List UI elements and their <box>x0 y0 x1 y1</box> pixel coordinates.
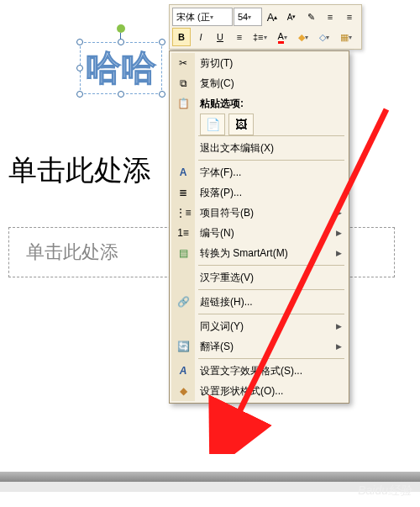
menu-separator <box>198 289 344 290</box>
numbering-icon: 1≡ <box>176 226 190 240</box>
resize-handle[interactable] <box>159 39 165 45</box>
menu-synonyms[interactable]: 同义词(Y) ▶ <box>171 316 347 336</box>
menu-label: 翻译(S) <box>200 340 234 354</box>
menu-label: 编号(N) <box>200 226 234 240</box>
scissors-icon: ✂ <box>176 56 190 70</box>
menu-text-effects-format[interactable]: A 设置文字效果格式(S)... <box>171 361 347 381</box>
font-name-combo[interactable]: 宋体 (正▾ <box>172 8 233 26</box>
wordart-text[interactable]: 哈哈 <box>81 43 161 93</box>
menu-label: 项目符号(B) <box>200 206 254 220</box>
menu-bullets[interactable]: ⋮≡ 项目符号(B) ▶ <box>171 203 347 223</box>
menu-label: 超链接(H)... <box>200 295 253 309</box>
mini-toolbar: 宋体 (正▾ 54▾ A▴ A▾ ✎ ≡ ≡ B I U ≡ ‡≡▾ A▾ ◆▾… <box>169 4 362 50</box>
menu-cut[interactable]: ✂ 剪切(T) <box>171 53 347 73</box>
underline-button[interactable]: U <box>211 28 229 46</box>
grow-font-button[interactable]: A▴ <box>263 8 281 26</box>
menu-label: 设置形状格式(O)... <box>200 384 283 399</box>
menu-label: 汉字重选(V) <box>200 271 254 285</box>
font-size-combo[interactable]: 54▾ <box>234 8 262 26</box>
menu-label: 转换为 SmartArt(M) <box>200 246 288 261</box>
line-spacing-button[interactable]: ‡≡▾ <box>249 28 274 46</box>
resize-handle[interactable] <box>159 91 165 98</box>
increase-indent-button[interactable]: ≡ <box>340 8 359 26</box>
slide-divider <box>0 472 420 482</box>
menu-label: 段落(P)... <box>200 186 242 200</box>
paragraph-icon: ≣ <box>176 186 190 199</box>
font-name-value: 宋体 (正 <box>176 11 210 24</box>
rotation-handle[interactable] <box>117 24 125 33</box>
menu-translate[interactable]: 🔄 翻译(S) ▶ <box>171 336 347 356</box>
paste-picture-button[interactable]: 🖼 <box>228 114 254 135</box>
menu-label: 复制(C) <box>200 77 234 91</box>
menu-numbering[interactable]: 1≡ 编号(N) ▶ <box>171 223 347 243</box>
font-size-value: 54 <box>238 12 248 22</box>
resize-handle[interactable] <box>76 91 83 98</box>
menu-paste-options: 📋 粘贴选项: 📄 🖼 <box>171 93 347 134</box>
slide-divider <box>0 482 420 492</box>
menu-hyperlink[interactable]: 🔗 超链接(H)... <box>171 292 347 312</box>
resize-handle[interactable] <box>118 91 124 98</box>
resize-handle[interactable] <box>76 39 83 45</box>
wordart-text-box[interactable]: 哈哈 <box>80 42 162 94</box>
resize-handle[interactable] <box>118 39 124 45</box>
menu-separator <box>198 314 344 314</box>
font-color-button[interactable]: A▾ <box>275 28 294 46</box>
menu-shape-format[interactable]: ◆ 设置形状格式(O)... <box>171 381 347 401</box>
bold-button[interactable]: B <box>172 28 191 46</box>
menu-separator <box>198 160 344 161</box>
menu-label: 同义词(Y) <box>200 320 244 334</box>
clipboard-icon: 📋 <box>176 97 190 110</box>
submenu-arrow-icon: ▶ <box>336 209 342 217</box>
menu-label: 粘贴选项: <box>200 97 244 111</box>
font-icon: A <box>176 166 190 179</box>
title-placeholder[interactable]: 单击此处添 <box>8 151 151 190</box>
watermark: Baidu经验 <box>358 483 412 499</box>
submenu-arrow-icon: ▶ <box>336 249 342 257</box>
resize-handle[interactable] <box>76 65 83 71</box>
menu-label: 剪切(T) <box>200 56 233 71</box>
format-painter-button[interactable]: ✎ <box>302 8 320 26</box>
italic-button[interactable]: I <box>192 28 210 46</box>
copy-icon: ⧉ <box>176 77 190 90</box>
shape-fill-button[interactable]: ◆▾ <box>295 28 315 46</box>
menu-font[interactable]: A 字体(F)... <box>171 162 347 182</box>
shape-format-icon: ◆ <box>176 384 190 398</box>
menu-exit-text-edit[interactable]: 退出文本编辑(X) <box>171 138 347 158</box>
context-menu: ✂ 剪切(T) ⧉ 复制(C) 📋 粘贴选项: 📄 🖼 退出文本编辑(X) A … <box>169 50 349 404</box>
paste-keep-formatting-button[interactable]: 📄 <box>200 114 225 135</box>
submenu-arrow-icon: ▶ <box>336 342 342 351</box>
menu-convert-smartart[interactable]: ▤ 转换为 SmartArt(M) ▶ <box>171 243 347 263</box>
translate-icon: 🔄 <box>176 340 190 353</box>
menu-label: 退出文本编辑(X) <box>200 141 274 156</box>
menu-chinese-reselect[interactable]: 汉字重选(V) <box>171 267 347 288</box>
menu-paragraph[interactable]: ≣ 段落(P)... <box>171 182 347 203</box>
decrease-indent-button[interactable]: ≡ <box>321 8 339 26</box>
align-button[interactable]: ≡ <box>230 28 249 46</box>
menu-label: 字体(F)... <box>200 166 241 180</box>
menu-copy[interactable]: ⧉ 复制(C) <box>171 73 347 93</box>
menu-separator <box>198 135 344 136</box>
bullets-icon: ⋮≡ <box>176 206 190 219</box>
menu-separator <box>198 358 344 359</box>
menu-separator <box>198 265 344 266</box>
smartart-icon: ▤ <box>176 246 190 260</box>
submenu-arrow-icon: ▶ <box>336 322 342 330</box>
shape-outline-button[interactable]: ◇▾ <box>316 28 336 46</box>
hyperlink-icon: 🔗 <box>176 295 190 309</box>
submenu-arrow-icon: ▶ <box>336 229 342 237</box>
menu-label: 设置文字效果格式(S)... <box>200 364 302 378</box>
text-effects-icon: A <box>176 364 190 378</box>
arrange-button[interactable]: ▦▾ <box>337 28 359 46</box>
shrink-font-button[interactable]: A▾ <box>282 8 301 26</box>
